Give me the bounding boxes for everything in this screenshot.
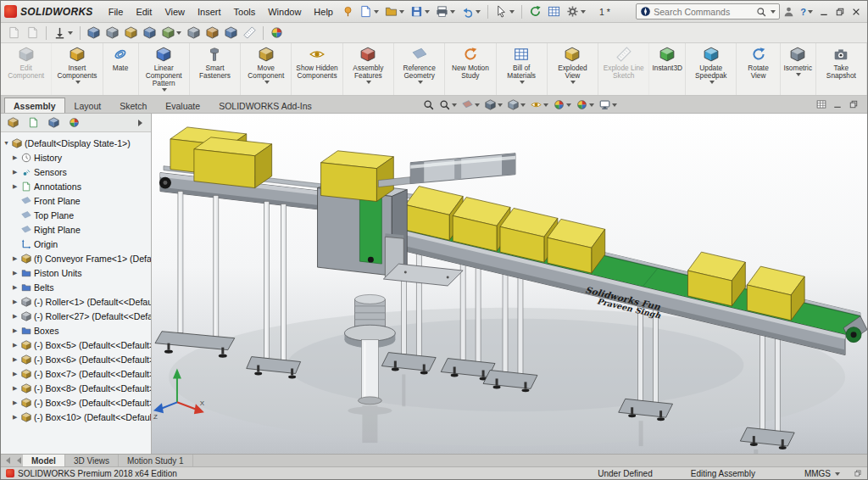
- zoom-area-button[interactable]: [437, 98, 459, 111]
- expander-icon[interactable]: ▶: [13, 284, 21, 291]
- edit-component-button[interactable]: Edit Component: [1, 43, 52, 95]
- tree-item-boxes-folder[interactable]: ▶Boxes: [1, 323, 151, 338]
- new-document-button[interactable]: [357, 3, 381, 20]
- isometric-button[interactable]: Isometric: [781, 43, 816, 95]
- restore-document-button[interactable]: [849, 99, 859, 109]
- help-button[interactable]: ?: [798, 5, 815, 19]
- tab-solidworks-add-ins[interactable]: SOLIDWORKS Add-Ins: [209, 98, 321, 113]
- tree-item-box-6[interactable]: ▶(-) Box<6> (Default<<Default>_Disp: [1, 352, 151, 366]
- take-snapshot-button[interactable]: Take Snapshot: [816, 43, 867, 95]
- tab-motion-study-1[interactable]: Motion Study 1: [119, 455, 193, 466]
- assembly-model[interactable]: Solidworks Fun Praveen Singh: [152, 114, 867, 454]
- copy-button[interactable]: [5, 25, 23, 41]
- assembly-tool-button-2[interactable]: [103, 25, 121, 41]
- expander-icon[interactable]: ▶: [13, 299, 21, 305]
- tree-item-roller-27[interactable]: ▶(-) Roller<27> (Default<<Default>_I: [1, 309, 151, 323]
- menu-edit[interactable]: Edit: [130, 3, 158, 20]
- tree-item-piston-units[interactable]: ▶Piston Units: [1, 265, 151, 280]
- linear-component-pattern-button[interactable]: Linear Component Pattern: [139, 43, 190, 95]
- tree-item-front-plane[interactable]: Front Plane: [1, 193, 151, 208]
- apply-scene-button[interactable]: [575, 98, 596, 111]
- minimize-document-button[interactable]: [832, 99, 843, 109]
- tab-scroll-left-icon[interactable]: [14, 457, 21, 464]
- rebuild-button[interactable]: [526, 3, 544, 20]
- open-button[interactable]: [382, 3, 407, 20]
- section-view-button[interactable]: [460, 98, 481, 111]
- rotate-view-button[interactable]: Rotate View: [737, 43, 780, 95]
- hide-show-items-button[interactable]: [529, 98, 550, 111]
- expander-icon[interactable]: ▶: [13, 183, 21, 190]
- expander-icon[interactable]: ▼: [3, 140, 12, 146]
- tree-item-box-9[interactable]: ▶(-) Box<9> (Default<<Default>_Disp: [1, 395, 151, 410]
- tree-item-box-7[interactable]: ▶(-) Box<7> (Default<<Default>_Disp: [1, 366, 151, 381]
- tree-item-belts[interactable]: ▶Belts: [1, 280, 151, 294]
- instant3d-button[interactable]: Instant3D: [649, 43, 686, 95]
- login-button[interactable]: [781, 4, 797, 19]
- expander-icon[interactable]: ▶: [13, 385, 21, 392]
- graphics-viewport[interactable]: Solidworks Fun Praveen Singh: [152, 114, 867, 454]
- tab-scroll-left-icon[interactable]: [3, 457, 10, 464]
- pin-menu-button[interactable]: [340, 4, 356, 19]
- display-manager-tab[interactable]: [67, 115, 81, 130]
- insert-components-button[interactable]: Insert Components: [52, 43, 103, 95]
- expander-icon[interactable]: ▶: [13, 154, 21, 161]
- show-hidden-components-button[interactable]: Show Hidden Components: [292, 43, 342, 95]
- tree-item-box-8[interactable]: ▶(-) Box<8> (Default<<Default>_Disp: [1, 381, 151, 395]
- close-button[interactable]: [849, 5, 864, 19]
- assembly-tool-button-4[interactable]: [141, 25, 159, 41]
- tab-sketch[interactable]: Sketch: [110, 98, 156, 113]
- paste-button[interactable]: [24, 25, 42, 41]
- configuration-manager-tab[interactable]: [47, 115, 61, 130]
- measure-button[interactable]: [241, 25, 259, 41]
- expander-icon[interactable]: ▶: [13, 270, 21, 276]
- search-icon[interactable]: [756, 7, 766, 17]
- restore-button[interactable]: [832, 5, 848, 19]
- appearance-button[interactable]: [268, 25, 286, 41]
- menu-tools[interactable]: Tools: [228, 3, 262, 20]
- zoom-fit-button[interactable]: [421, 98, 436, 111]
- expander-icon[interactable]: ▶: [13, 342, 21, 349]
- expander-icon[interactable]: ▶: [13, 414, 21, 421]
- tree-item-right-plane[interactable]: Right Plane: [1, 222, 151, 237]
- insert-anchor-button[interactable]: [51, 25, 75, 41]
- status-options-button[interactable]: [854, 469, 862, 477]
- search-bar[interactable]: [636, 3, 780, 20]
- search-input[interactable]: [654, 7, 754, 17]
- update-speedpak-button[interactable]: Update Speedpak: [686, 43, 737, 95]
- view-settings-button[interactable]: [598, 98, 619, 111]
- tree-item-top-plane[interactable]: Top Plane: [1, 208, 151, 222]
- feature-manager-tab[interactable]: [6, 115, 20, 130]
- expander-icon[interactable]: ▶: [13, 356, 21, 363]
- expander-icon[interactable]: ▶: [13, 399, 21, 406]
- tab-assembly[interactable]: Assembly: [4, 98, 65, 113]
- menu-file[interactable]: File: [103, 3, 130, 20]
- tree-item-box-5[interactable]: ▶(-) Box<5> (Default<<Default>_Disp: [1, 338, 151, 352]
- assembly-features-button[interactable]: Assembly Features: [343, 43, 394, 95]
- expander-icon[interactable]: ▶: [13, 371, 21, 377]
- new-motion-study-button[interactable]: New Motion Study: [445, 43, 496, 95]
- minimize-button[interactable]: [816, 5, 832, 19]
- expander-icon[interactable]: ▶: [13, 313, 21, 320]
- mate-button[interactable]: Mate: [103, 43, 139, 95]
- assembly-tool-button-1[interactable]: [85, 25, 103, 41]
- property-manager-tab[interactable]: [26, 115, 41, 130]
- tree-item-origin[interactable]: Origin: [1, 237, 151, 251]
- expander-icon[interactable]: ▶: [13, 169, 21, 176]
- options-button[interactable]: [564, 3, 588, 20]
- assembly-tool-button-6[interactable]: [185, 25, 203, 41]
- explode-line-sketch-button[interactable]: Explode Line Sketch: [598, 43, 649, 95]
- tree-item-conveyor-frame[interactable]: ▶(f) Conveyor Frame<1> (Default<<D: [1, 251, 151, 265]
- expander-icon[interactable]: ▶: [13, 255, 21, 262]
- move-component-button[interactable]: Move Component: [241, 43, 292, 95]
- bill-of-materials-button[interactable]: Bill of Materials: [497, 43, 548, 95]
- tab-evaluate[interactable]: Evaluate: [156, 98, 209, 113]
- assembly-tool-button-7[interactable]: [203, 25, 221, 41]
- tree-item-roller-1[interactable]: ▶(-) Roller<1> (Default<<Default>_D: [1, 294, 151, 309]
- menu-view[interactable]: View: [159, 3, 191, 20]
- undo-button[interactable]: [459, 3, 483, 20]
- reference-geometry-button[interactable]: Reference Geometry: [394, 43, 445, 95]
- select-button[interactable]: [492, 3, 517, 20]
- expander-icon[interactable]: ▶: [13, 327, 21, 334]
- view-orientation-button[interactable]: [483, 98, 504, 111]
- tab-3d-views[interactable]: 3D Views: [65, 455, 119, 466]
